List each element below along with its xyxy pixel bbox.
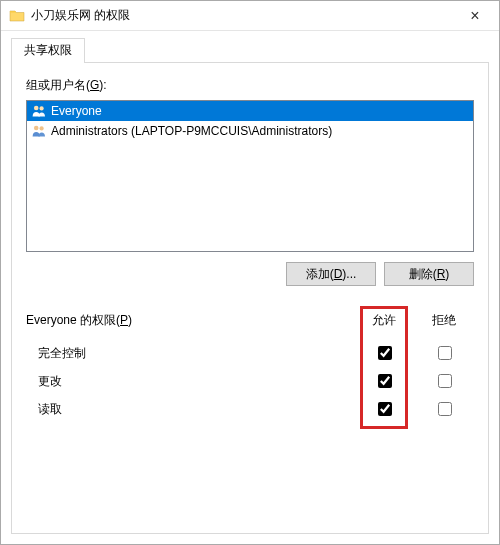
permission-row: 完全控制: [26, 339, 474, 367]
groups-listbox[interactable]: Everyone Administrators (LAPTOP-P9MCCUIS…: [26, 100, 474, 252]
folder-icon: [9, 8, 25, 24]
users-icon: [31, 103, 47, 119]
column-deny: 拒绝: [414, 312, 474, 329]
permissions-header: Everyone 的权限(P) 允许 拒绝: [26, 312, 474, 329]
allow-cell: [354, 343, 414, 363]
groups-button-row: 添加(D)... 删除(R): [26, 262, 474, 286]
allow-cell: [354, 371, 414, 391]
svg-point-0: [34, 106, 39, 111]
permission-row: 读取: [26, 395, 474, 423]
tabstrip: 共享权限: [11, 39, 489, 62]
allow-checkbox[interactable]: [378, 374, 392, 388]
permissions-label: Everyone 的权限(P): [26, 312, 354, 329]
users-icon: [31, 123, 47, 139]
list-item[interactable]: Administrators (LAPTOP-P9MCCUIS\Administ…: [27, 121, 473, 141]
svg-point-2: [34, 126, 39, 131]
allow-checkbox[interactable]: [378, 402, 392, 416]
permissions-dialog: 小刀娱乐网 的权限 × 共享权限 组或用户名(G): Everyone Admi…: [0, 0, 500, 545]
tab-panel: 组或用户名(G): Everyone Administrators (LAPTO…: [11, 62, 489, 534]
close-button[interactable]: ×: [453, 2, 497, 30]
deny-checkbox[interactable]: [438, 374, 452, 388]
svg-point-1: [40, 106, 44, 110]
groups-label: 组或用户名(G):: [26, 77, 474, 94]
permission-name: 更改: [26, 373, 354, 390]
add-button[interactable]: 添加(D)...: [286, 262, 376, 286]
permission-name: 读取: [26, 401, 354, 418]
svg-point-3: [40, 126, 44, 130]
remove-button[interactable]: 删除(R): [384, 262, 474, 286]
allow-cell: [354, 399, 414, 419]
list-item[interactable]: Everyone: [27, 101, 473, 121]
permission-row: 更改: [26, 367, 474, 395]
dialog-body: 共享权限 组或用户名(G): Everyone Administrators (…: [1, 31, 499, 544]
deny-cell: [414, 399, 474, 419]
allow-checkbox[interactable]: [378, 346, 392, 360]
deny-checkbox[interactable]: [438, 346, 452, 360]
deny-checkbox[interactable]: [438, 402, 452, 416]
deny-cell: [414, 371, 474, 391]
tab-share-permissions[interactable]: 共享权限: [11, 38, 85, 63]
permission-name: 完全控制: [26, 345, 354, 362]
permissions-block: Everyone 的权限(P) 允许 拒绝 完全控制更改读取: [26, 312, 474, 423]
window-title: 小刀娱乐网 的权限: [31, 7, 453, 24]
permissions-table: 完全控制更改读取: [26, 339, 474, 423]
list-item-label: Everyone: [51, 104, 102, 118]
column-allow: 允许: [354, 312, 414, 329]
titlebar: 小刀娱乐网 的权限 ×: [1, 1, 499, 31]
deny-cell: [414, 343, 474, 363]
list-item-label: Administrators (LAPTOP-P9MCCUIS\Administ…: [51, 124, 332, 138]
